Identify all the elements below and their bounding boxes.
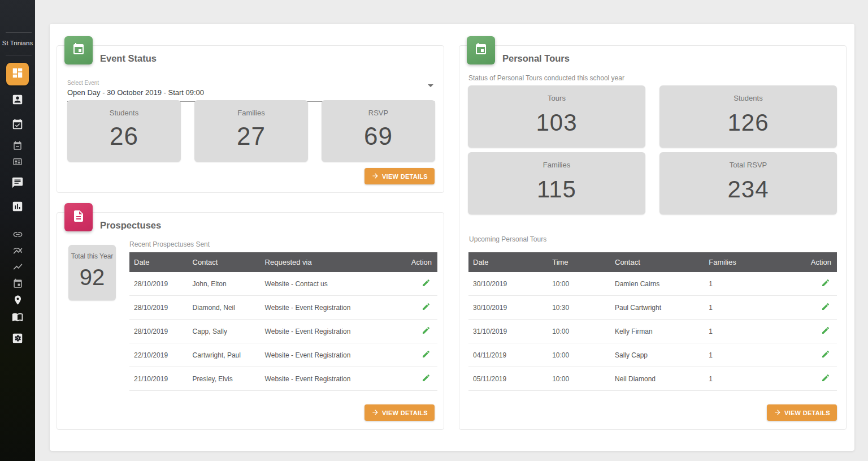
personal-tours-panel: Personal Tours Status of Personal Tours … bbox=[459, 45, 847, 430]
cell-families: 1 bbox=[704, 304, 782, 312]
edit-button[interactable] bbox=[420, 348, 432, 361]
edit-button[interactable] bbox=[820, 348, 831, 361]
sidebar-item-schedule[interactable] bbox=[0, 278, 35, 289]
event-select-label: Select Event bbox=[67, 80, 435, 86]
arrow-right-icon bbox=[371, 408, 379, 417]
stat-label: RSVP bbox=[322, 100, 435, 117]
table-row: 28/10/2019 Capp, Sally Website - Event R… bbox=[129, 320, 437, 343]
sidebar-item-reports[interactable] bbox=[0, 200, 35, 213]
stat-value: 69 bbox=[322, 122, 435, 150]
calendar-icon bbox=[12, 141, 23, 151]
calendar-check-icon bbox=[11, 118, 24, 131]
sidebar-item-calendar[interactable] bbox=[0, 141, 35, 151]
calendar-event-icon bbox=[474, 42, 488, 58]
cell-date: 05/11/2019 bbox=[468, 375, 548, 383]
chat-icon bbox=[11, 176, 24, 189]
prospectuses-table-title: Recent Prospectuses Sent bbox=[129, 240, 210, 248]
sidebar-item-links[interactable] bbox=[0, 229, 35, 240]
prospectuses-view-details-button[interactable]: VIEW DETAILS bbox=[364, 404, 435, 421]
view-details-label: VIEW DETAILS bbox=[784, 410, 830, 416]
personal-tours-subtitle: Status of Personal Tours conducted this … bbox=[468, 74, 624, 82]
cell-contact: Kelly Firman bbox=[610, 328, 704, 335]
total-this-year-card: Total this Year 92 bbox=[68, 245, 116, 300]
cell-families: 1 bbox=[704, 280, 782, 288]
edit-button[interactable] bbox=[420, 301, 432, 314]
cell-time: 10:30 bbox=[548, 304, 610, 312]
column-header-contact: Contact bbox=[610, 258, 704, 266]
sidebar-item-analytics[interactable] bbox=[0, 245, 35, 256]
cell-contact: Cartwright, Paul bbox=[188, 351, 261, 359]
cell-date: 04/11/2019 bbox=[468, 351, 548, 359]
settings-icon bbox=[11, 332, 24, 344]
sidebar-item-messages[interactable] bbox=[0, 176, 35, 189]
cell-contact: Sally Capp bbox=[610, 351, 704, 359]
edit-button[interactable] bbox=[820, 301, 831, 314]
stat-card-tours: Tours 103 bbox=[468, 85, 645, 148]
pencil-icon bbox=[422, 304, 431, 313]
table-row: 28/10/2019 John, Elton Website - Contact… bbox=[129, 272, 437, 296]
table-row: 04/11/2019 10:00 Sally Capp 1 bbox=[468, 343, 837, 367]
calendar-event-icon bbox=[12, 278, 23, 289]
multiline-chart-icon bbox=[12, 245, 23, 256]
table-header: Date Time Contact Families Action bbox=[468, 252, 837, 272]
stat-card-rsvp: RSVP 69 bbox=[322, 100, 435, 162]
tours-table-title: Upcoming Personal Tours bbox=[469, 235, 546, 243]
event-view-details-button[interactable]: VIEW DETAILS bbox=[364, 168, 435, 184]
cell-families: 1 bbox=[704, 328, 782, 335]
sidebar-item-trends[interactable] bbox=[0, 261, 35, 272]
stat-label: Students bbox=[67, 100, 181, 117]
event-stats-row: Students 26 Families 27 RSVP 69 bbox=[67, 100, 435, 162]
column-header-requested-via: Requested via bbox=[261, 258, 392, 266]
edit-button[interactable] bbox=[420, 325, 432, 338]
sidebar-item-cards[interactable] bbox=[0, 157, 35, 167]
view-details-label: VIEW DETAILS bbox=[382, 410, 428, 416]
sidebar-item-contacts[interactable] bbox=[0, 93, 35, 106]
edit-button[interactable] bbox=[420, 372, 432, 385]
cell-families: 1 bbox=[704, 351, 782, 359]
edit-button[interactable] bbox=[420, 277, 432, 290]
column-header-action: Action bbox=[782, 258, 837, 266]
cell-date: 21/10/2019 bbox=[129, 375, 188, 383]
edit-button[interactable] bbox=[820, 325, 831, 338]
book-icon bbox=[12, 311, 23, 322]
total-value: 92 bbox=[68, 265, 116, 290]
tours-stats-grid: Tours 103 Students 126 Families 115 Tota… bbox=[468, 85, 837, 214]
event-select[interactable]: Select Event Open Day - 30 October 2019 … bbox=[67, 80, 435, 102]
table-row: 30/10/2019 10:30 Paul Cartwright 1 bbox=[468, 296, 837, 320]
table-row: 21/10/2019 Presley, Elvis Website - Even… bbox=[129, 367, 437, 391]
tours-view-details-button[interactable]: VIEW DETAILS bbox=[767, 404, 837, 421]
edit-button[interactable] bbox=[820, 277, 831, 290]
sidebar: St Trinians bbox=[0, 0, 35, 461]
link-icon bbox=[12, 229, 23, 240]
column-header-date: Date bbox=[129, 258, 188, 266]
sidebar-item-dashboard[interactable] bbox=[6, 63, 29, 85]
stat-card-students: Students 126 bbox=[659, 85, 837, 148]
pencil-icon bbox=[821, 304, 830, 313]
tours-table: Date Time Contact Families Action 30/10/… bbox=[468, 252, 837, 391]
pencil-icon bbox=[422, 352, 431, 360]
sidebar-item-settings[interactable] bbox=[0, 332, 35, 344]
column-header-contact: Contact bbox=[188, 258, 261, 266]
event-status-panel-icon bbox=[64, 36, 93, 64]
cell-date: 31/10/2019 bbox=[468, 328, 548, 335]
line-chart-icon bbox=[12, 261, 23, 272]
sidebar-item-locations[interactable] bbox=[0, 295, 35, 305]
dashboard-container: Event Status Select Event Open Day - 30 … bbox=[50, 24, 854, 451]
sidebar-item-directory[interactable] bbox=[0, 311, 35, 322]
sidebar-item-events[interactable] bbox=[0, 118, 35, 131]
bar-chart-icon bbox=[11, 200, 24, 213]
table-row: 05/11/2019 10:00 Neil Diamond 1 bbox=[468, 367, 837, 391]
stat-card-total-rsvp: Total RSVP 234 bbox=[659, 152, 837, 214]
pencil-icon bbox=[422, 281, 431, 289]
stat-value: 115 bbox=[468, 176, 645, 203]
cell-contact: Neil Diamond bbox=[610, 375, 704, 383]
prospectuses-panel-icon bbox=[64, 203, 93, 231]
table-row: 31/10/2019 10:00 Kelly Firman 1 bbox=[468, 320, 837, 343]
pencil-icon bbox=[821, 352, 830, 360]
cell-requested-via: Website - Event Registration bbox=[261, 328, 392, 335]
event-status-title: Event Status bbox=[100, 53, 157, 64]
cell-contact: Diamond, Neil bbox=[188, 304, 261, 312]
stat-label: Families bbox=[468, 152, 645, 169]
edit-button[interactable] bbox=[820, 372, 831, 385]
table-row: 28/10/2019 Diamond, Neil Website - Event… bbox=[129, 296, 437, 320]
